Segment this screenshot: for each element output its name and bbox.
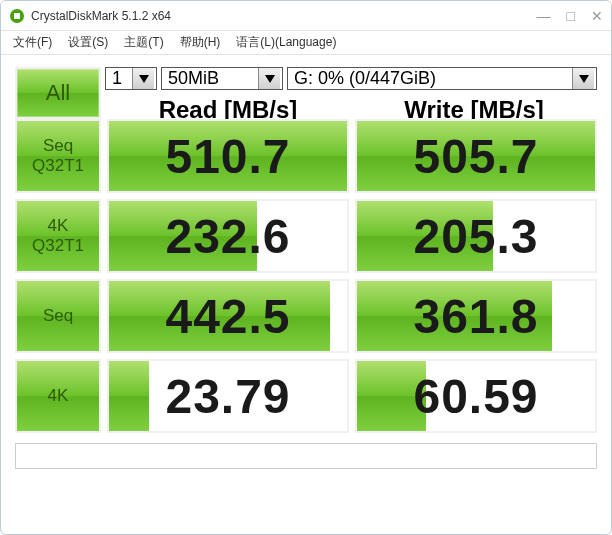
write-cell: 361.8 — [355, 279, 597, 353]
test-label: Seq — [43, 306, 73, 326]
write-cell: 205.3 — [355, 199, 597, 273]
test-button-1[interactable]: 4KQ32T1 — [15, 199, 101, 273]
write-cell: 505.7 — [355, 119, 597, 193]
read-cell: 23.79 — [107, 359, 349, 433]
test-button-2[interactable]: Seq — [15, 279, 101, 353]
menubar: 文件(F) 设置(S) 主题(T) 帮助(H) 语言(L)(Language) — [1, 31, 611, 55]
test-button-3[interactable]: 4K — [15, 359, 101, 433]
result-rows: SeqQ32T1510.7505.74KQ32T1232.6205.3Seq44… — [15, 119, 597, 433]
read-value: 232.6 — [165, 209, 290, 264]
svg-rect-1 — [14, 13, 20, 19]
menu-help[interactable]: 帮助(H) — [174, 32, 227, 53]
test-size-value: 50MiB — [168, 68, 219, 89]
test-count-select[interactable]: 1 — [105, 67, 157, 90]
minimize-button[interactable]: — — [537, 8, 551, 24]
progress-fill — [109, 361, 149, 431]
all-button[interactable]: All — [15, 67, 101, 119]
menu-settings[interactable]: 设置(S) — [62, 32, 114, 53]
test-label: Seq — [43, 136, 73, 156]
chevron-down-icon — [132, 68, 154, 89]
test-sublabel: Q32T1 — [32, 156, 84, 176]
read-cell: 232.6 — [107, 199, 349, 273]
read-value: 23.79 — [165, 369, 290, 424]
menu-theme[interactable]: 主题(T) — [118, 32, 169, 53]
app-window: CrystalDiskMark 5.1.2 x64 — □ ✕ 文件(F) 设置… — [0, 0, 612, 535]
status-bar — [15, 443, 597, 469]
drive-value: G: 0% (0/447GiB) — [294, 68, 436, 89]
test-button-0[interactable]: SeqQ32T1 — [15, 119, 101, 193]
write-value: 205.3 — [413, 209, 538, 264]
result-row: SeqQ32T1510.7505.7 — [15, 119, 597, 193]
result-row: 4K23.7960.59 — [15, 359, 597, 433]
test-size-select[interactable]: 50MiB — [161, 67, 283, 90]
write-value: 361.8 — [413, 289, 538, 344]
test-count-value: 1 — [112, 68, 122, 89]
write-cell: 60.59 — [355, 359, 597, 433]
app-icon — [9, 8, 25, 24]
top-controls: All 1 50MiB G: 0% (0/447GiB) — [15, 67, 597, 119]
write-value: 505.7 — [413, 129, 538, 184]
result-row: Seq442.5361.8 — [15, 279, 597, 353]
write-value: 60.59 — [413, 369, 538, 424]
read-value: 510.7 — [165, 129, 290, 184]
menu-language[interactable]: 语言(L)(Language) — [230, 32, 342, 53]
close-button[interactable]: ✕ — [591, 8, 603, 24]
content-area: All 1 50MiB G: 0% (0/447GiB) — [1, 55, 611, 534]
chevron-down-icon — [572, 68, 594, 89]
read-cell: 442.5 — [107, 279, 349, 353]
chevron-down-icon — [258, 68, 280, 89]
result-row: 4KQ32T1232.6205.3 — [15, 199, 597, 273]
read-value: 442.5 — [165, 289, 290, 344]
test-sublabel: Q32T1 — [32, 236, 84, 256]
test-label: 4K — [48, 386, 69, 406]
menu-file[interactable]: 文件(F) — [7, 32, 58, 53]
titlebar: CrystalDiskMark 5.1.2 x64 — □ ✕ — [1, 1, 611, 31]
read-cell: 510.7 — [107, 119, 349, 193]
drive-select[interactable]: G: 0% (0/447GiB) — [287, 67, 597, 90]
selects-wrap: 1 50MiB G: 0% (0/447GiB) Read [MB/s] Wri… — [105, 67, 597, 119]
window-title: CrystalDiskMark 5.1.2 x64 — [31, 9, 537, 23]
window-controls: — □ ✕ — [537, 8, 603, 24]
test-label: 4K — [48, 216, 69, 236]
maximize-button[interactable]: □ — [567, 8, 575, 24]
